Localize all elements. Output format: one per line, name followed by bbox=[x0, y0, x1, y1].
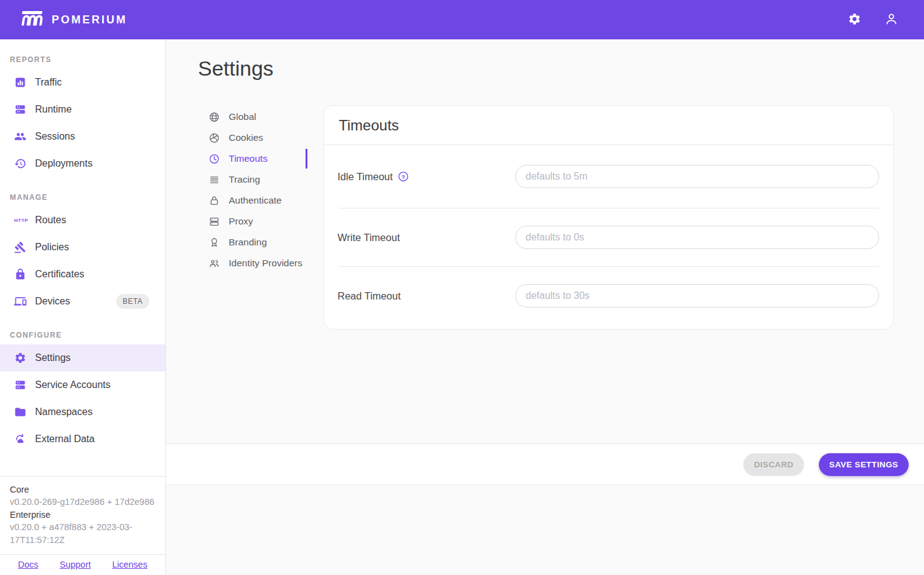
sidebar-item-traffic[interactable]: Traffic bbox=[0, 69, 165, 96]
runtime-storage-icon bbox=[14, 103, 26, 116]
read-timeout-row: Read Timeout bbox=[324, 267, 893, 325]
section-label-configure: CONFIGURE bbox=[10, 331, 156, 339]
sidebar-item-label: Policies bbox=[35, 242, 69, 253]
idle-timeout-row: Idle Timeout ? bbox=[324, 145, 893, 208]
sidebar-nav: REPORTS Traffic Runtime Sessions bbox=[0, 39, 165, 476]
sidebar-item-runtime[interactable]: Runtime bbox=[0, 96, 165, 123]
sidebar-item-routes[interactable]: HTTP Routes bbox=[0, 207, 165, 234]
tab-proxy[interactable]: Proxy bbox=[203, 211, 307, 232]
help-icon[interactable]: ? bbox=[398, 171, 409, 182]
card-title: Timeouts bbox=[324, 106, 893, 145]
brand-name: POMERIUM bbox=[52, 14, 127, 26]
sessions-people-icon bbox=[14, 130, 26, 143]
tab-cookies[interactable]: Cookies bbox=[203, 127, 307, 148]
beta-badge: BETA bbox=[116, 294, 149, 309]
read-timeout-label: Read Timeout bbox=[338, 290, 515, 302]
pomerium-logo-icon bbox=[16, 8, 44, 31]
globe-icon bbox=[208, 111, 220, 123]
svg-text:?: ? bbox=[401, 173, 405, 180]
sidebar-item-deployments[interactable]: Deployments bbox=[0, 150, 165, 177]
deployments-history-icon bbox=[14, 157, 26, 170]
sidebar-item-sessions[interactable]: Sessions bbox=[0, 123, 165, 150]
clock-icon bbox=[208, 153, 220, 165]
idle-timeout-label: Idle Timeout ? bbox=[338, 171, 515, 183]
sidebar-item-certificates[interactable]: Certificates bbox=[0, 261, 165, 288]
tab-global[interactable]: Global bbox=[203, 106, 307, 127]
idle-timeout-input[interactable] bbox=[515, 165, 879, 188]
enterprise-label: Enterprise bbox=[10, 509, 156, 521]
policies-gavel-icon bbox=[14, 241, 26, 253]
action-bar: DISCARD SAVE SETTINGS bbox=[166, 443, 924, 485]
sidebar-item-label: Namespaces bbox=[35, 406, 92, 418]
sidebar-item-external-data[interactable]: External Data bbox=[0, 426, 165, 453]
settings-subnav: Global Cookies Timeouts bbox=[203, 106, 307, 330]
sidebar-item-label: Deployments bbox=[35, 158, 92, 169]
header-settings-button[interactable] bbox=[847, 12, 863, 28]
sidebar-item-label: Settings bbox=[35, 352, 71, 363]
page-title: Settings bbox=[198, 55, 924, 82]
sidebar-item-label: Service Accounts bbox=[35, 379, 111, 391]
tab-authenticate[interactable]: Authenticate bbox=[203, 190, 307, 211]
sidebar-item-label: Certificates bbox=[35, 269, 84, 280]
tab-label: Authenticate bbox=[229, 195, 282, 206]
header-user-button[interactable] bbox=[883, 12, 899, 28]
traffic-chart-icon bbox=[14, 76, 26, 89]
tab-label: Branding bbox=[229, 237, 267, 248]
sidebar-item-label: External Data bbox=[35, 434, 95, 445]
discard-button[interactable]: DISCARD bbox=[743, 453, 804, 476]
lock-outline-icon bbox=[208, 195, 220, 207]
write-timeout-label: Write Timeout bbox=[338, 232, 515, 244]
sidebar-item-namespaces[interactable]: Namespaces bbox=[0, 399, 165, 426]
write-timeout-input[interactable] bbox=[515, 226, 879, 249]
certificates-lock-icon bbox=[14, 268, 26, 280]
identity-providers-icon bbox=[208, 258, 220, 269]
tab-label: Proxy bbox=[229, 216, 253, 227]
tab-timeouts[interactable]: Timeouts bbox=[203, 148, 307, 169]
tab-branding[interactable]: Branding bbox=[203, 232, 307, 253]
sidebar-footer: Core v0.20.0-269-g17d2e986 + 17d2e986 En… bbox=[0, 476, 165, 575]
section-label-manage: MANAGE bbox=[10, 193, 156, 202]
proxy-server-icon bbox=[208, 216, 220, 228]
sidebar-item-policies[interactable]: Policies bbox=[0, 234, 165, 261]
write-timeout-row: Write Timeout bbox=[324, 208, 893, 266]
support-link[interactable]: Support bbox=[60, 560, 91, 569]
sidebar-item-label: Devices bbox=[35, 296, 70, 307]
brand: POMERIUM bbox=[16, 8, 127, 31]
service-accounts-icon bbox=[14, 379, 26, 391]
top-bar: POMERIUM bbox=[0, 0, 924, 39]
tab-tracing[interactable]: Tracing bbox=[203, 169, 307, 190]
settings-gear-icon bbox=[848, 12, 861, 28]
namespaces-folder-icon bbox=[14, 406, 26, 418]
main-content: Settings Global Cookies bbox=[166, 39, 924, 575]
sidebar-item-label: Routes bbox=[35, 215, 66, 226]
routes-http-icon: HTTP bbox=[14, 218, 26, 223]
version-info: Core v0.20.0-269-g17d2e986 + 17d2e986 En… bbox=[0, 477, 165, 555]
tab-label: Tracing bbox=[229, 174, 260, 185]
section-label-reports: REPORTS bbox=[10, 55, 156, 64]
footer-links: Docs Support Licenses bbox=[0, 554, 165, 575]
user-icon bbox=[884, 12, 899, 28]
external-data-icon bbox=[14, 433, 26, 445]
tab-label: Global bbox=[229, 111, 256, 122]
core-version: v0.20.0-269-g17d2e986 + 17d2e986 bbox=[10, 496, 156, 509]
sidebar-item-label: Sessions bbox=[35, 131, 75, 142]
tab-label: Identity Providers bbox=[229, 258, 302, 269]
licenses-link[interactable]: Licenses bbox=[112, 560, 147, 569]
sidebar-item-label: Runtime bbox=[35, 104, 72, 115]
devices-icon bbox=[14, 295, 26, 307]
sidebar-item-service-accounts[interactable]: Service Accounts bbox=[0, 371, 165, 399]
tab-identity-providers[interactable]: Identity Providers bbox=[203, 253, 307, 274]
read-timeout-input[interactable] bbox=[515, 284, 879, 307]
tab-label: Cookies bbox=[229, 132, 263, 143]
settings-gear-icon bbox=[14, 352, 26, 364]
sidebar-item-settings[interactable]: Settings bbox=[0, 344, 165, 371]
tracing-lines-icon bbox=[208, 174, 220, 186]
cookies-icon bbox=[208, 132, 220, 144]
enterprise-version: v0.20.0 + a478f883 + 2023-03-17T11:57:12… bbox=[10, 521, 156, 546]
save-settings-button[interactable]: SAVE SETTINGS bbox=[819, 453, 909, 476]
docs-link[interactable]: Docs bbox=[18, 560, 38, 569]
sidebar-item-devices[interactable]: Devices BETA bbox=[0, 288, 165, 315]
sidebar-item-label: Traffic bbox=[35, 77, 62, 88]
timeouts-card: Timeouts Idle Timeout ? Write Timeout bbox=[323, 105, 894, 330]
branding-ribbon-icon bbox=[208, 237, 220, 248]
